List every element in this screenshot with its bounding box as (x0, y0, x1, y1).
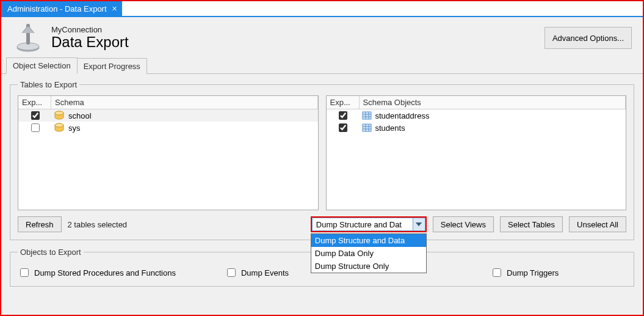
schema-row[interactable]: sys (18, 122, 318, 134)
connection-name: MyConnection (51, 25, 129, 34)
active-tab-label: Administration - Data Export (7, 4, 107, 13)
dump-triggers-option[interactable]: Dump Triggers (490, 266, 559, 279)
dump-mode-option[interactable]: Dump Structure and Data (311, 234, 426, 247)
advanced-options-button[interactable]: Advanced Options... (545, 27, 632, 49)
object-checkbox[interactable] (339, 111, 347, 120)
unselect-all-button[interactable]: Unselect All (569, 216, 626, 232)
schema-col-export[interactable]: Exp... (18, 96, 51, 109)
dump-triggers-label: Dump Triggers (507, 268, 559, 277)
dump-mode-options[interactable]: Dump Structure and Data Dump Data Only D… (311, 233, 427, 273)
object-name: students (375, 123, 405, 133)
page-title: Data Export (51, 34, 129, 50)
svg-rect-11 (363, 124, 371, 131)
dump-events-label: Dump Events (241, 268, 289, 277)
select-views-button[interactable]: Select Views (433, 216, 494, 232)
object-name: studentaddress (375, 111, 430, 120)
dump-events-checkbox[interactable] (227, 268, 236, 277)
objects-col-name[interactable]: Schema Objects (360, 96, 626, 109)
tab-export-progress[interactable]: Export Progress (77, 58, 147, 74)
export-icon (12, 22, 44, 54)
svg-rect-6 (363, 112, 371, 119)
svg-point-3 (55, 111, 63, 115)
dump-mode-option[interactable]: Dump Structure Only (311, 260, 426, 273)
svg-point-5 (55, 123, 63, 127)
dump-stored-procs-label: Dump Stored Procedures and Functions (34, 268, 176, 277)
objects-list[interactable]: Exp... Schema Objects (326, 95, 627, 210)
refresh-button[interactable]: Refresh (18, 216, 62, 232)
tables-to-export-legend: Tables to Export (18, 80, 79, 89)
selection-status: 2 tables selected (68, 220, 128, 229)
dump-mode-option[interactable]: Dump Data Only (311, 247, 426, 260)
dump-mode-dropdown[interactable]: Dump Structure and Dat Dump Structure an… (311, 216, 427, 232)
subtabs: Object Selection Export Progress (1, 57, 643, 74)
objects-to-export-legend: Objects to Export (18, 248, 84, 257)
object-row[interactable]: studentaddress (327, 109, 626, 122)
dump-triggers-checkbox[interactable] (493, 268, 501, 277)
tables-to-export-group: Tables to Export Exp... Schema (10, 80, 634, 240)
tab-object-selection[interactable]: Object Selection (6, 57, 78, 74)
window-tabbar: Administration - Data Export ✕ (1, 1, 643, 17)
schema-list[interactable]: Exp... Schema (18, 95, 319, 210)
database-icon (54, 123, 65, 133)
objects-col-export[interactable]: Exp... (327, 96, 360, 109)
dump-stored-procs-checkbox[interactable] (20, 268, 29, 277)
select-tables-button[interactable]: Select Tables (500, 216, 563, 232)
dump-stored-procs-option[interactable]: Dump Stored Procedures and Functions (18, 266, 176, 279)
schema-checkbox[interactable] (31, 111, 40, 120)
schema-row[interactable]: school (18, 109, 318, 122)
schema-checkbox[interactable] (31, 123, 40, 132)
dump-mode-value: Dump Structure and Dat (316, 220, 402, 229)
close-icon[interactable]: ✕ (112, 5, 117, 13)
table-icon (362, 123, 372, 133)
table-icon (362, 111, 372, 120)
schema-col-name[interactable]: Schema (51, 96, 318, 109)
schema-name: school (68, 111, 92, 120)
dump-events-option[interactable]: Dump Events (225, 266, 289, 279)
object-checkbox[interactable] (339, 123, 347, 132)
active-tab[interactable]: Administration - Data Export ✕ (1, 1, 122, 16)
page-header: MyConnection Data Export Advanced Option… (1, 17, 643, 56)
chevron-down-icon[interactable] (413, 218, 425, 230)
object-row[interactable]: students (327, 122, 626, 134)
database-icon (54, 111, 65, 120)
schema-name: sys (68, 123, 81, 133)
